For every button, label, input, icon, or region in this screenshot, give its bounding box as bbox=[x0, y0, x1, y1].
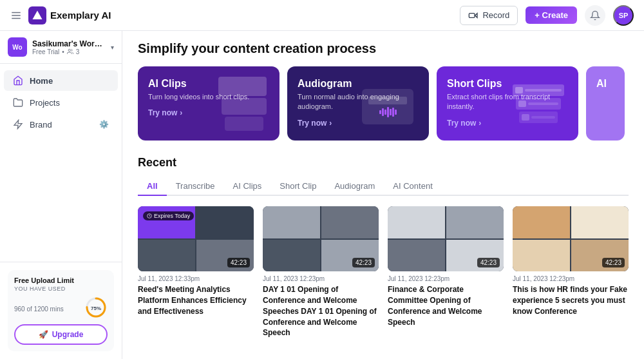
video-grid: Expires Today 42:23 Jul 11, 2023 12:33pm… bbox=[138, 206, 629, 338]
thumb-cell bbox=[446, 206, 504, 238]
sidebar-item-brand[interactable]: Brand ⚙️ bbox=[4, 114, 118, 135]
app-name: Exemplary AI bbox=[50, 10, 111, 21]
chevron-down-icon: ▾ bbox=[111, 44, 114, 51]
upload-limit-panel: Free Upload Limit YOU HAVE USED 960 of 1… bbox=[8, 270, 114, 351]
video-thumbnail: 42:23 bbox=[263, 206, 379, 271]
video-card[interactable]: 42:23 Jul 11, 2023 12:23pm DAY 1 01 Open… bbox=[263, 206, 379, 338]
top-nav: Exemplary AI Record + Create SP bbox=[0, 0, 644, 31]
svg-marker-5 bbox=[475, 13, 477, 17]
thumb-cell bbox=[571, 206, 629, 238]
home-icon bbox=[13, 75, 23, 86]
expires-badge: Expires Today bbox=[143, 211, 194, 220]
thumb-cell bbox=[138, 240, 195, 272]
tab-short-clip[interactable]: Short Clip bbox=[270, 177, 325, 196]
video-title: Reed's Meeting Analytics Platform Enhanc… bbox=[138, 284, 254, 316]
workspace-avatar: Wo bbox=[8, 37, 27, 57]
thumb-cell bbox=[196, 206, 254, 238]
video-card[interactable]: 42:23 Jul 11, 2023 12:23pm This is how H… bbox=[513, 206, 629, 338]
main-content: Simplify your content creation process A… bbox=[122, 31, 644, 359]
create-button[interactable]: + Create bbox=[526, 6, 577, 24]
sidebar-bottom: Free Upload Limit YOU HAVE USED 960 of 1… bbox=[0, 262, 122, 359]
recent-title: Recent bbox=[138, 156, 629, 170]
page-title: Simplify your content creation process bbox=[138, 41, 629, 56]
nav-left: Exemplary AI bbox=[10, 6, 111, 24]
app-layout: Wo Sasikumar's Workspace Free Trial • 3 … bbox=[0, 31, 644, 359]
feature-card-extra[interactable]: AI bbox=[586, 66, 625, 141]
thumb-cell bbox=[263, 206, 320, 238]
sidebar-item-projects[interactable]: Projects bbox=[4, 92, 118, 113]
progress-circle: 75% bbox=[84, 296, 108, 319]
video-card[interactable]: 42:23 Jul 11, 2023 12:23pm Finance & Cor… bbox=[388, 206, 504, 338]
fc-image bbox=[218, 66, 279, 141]
tab-ai-content[interactable]: AI Content bbox=[384, 177, 441, 196]
video-card[interactable]: Expires Today 42:23 Jul 11, 2023 12:33pm… bbox=[138, 206, 254, 338]
feature-card-audiogram[interactable]: Audiogram Turn normal audio into engagin… bbox=[287, 66, 429, 141]
thumb-cell bbox=[263, 240, 320, 272]
thumb-cell bbox=[388, 240, 445, 272]
sidebar-item-label: Projects bbox=[30, 98, 60, 108]
arrow-right-icon: › bbox=[478, 119, 481, 128]
nav-right: Record + Create SP bbox=[460, 5, 634, 26]
progress-ring: 75% bbox=[84, 296, 108, 319]
video-duration: 42:23 bbox=[352, 258, 375, 267]
hamburger-icon bbox=[10, 10, 22, 21]
sidebar-item-home[interactable]: Home bbox=[4, 70, 118, 91]
app-logo: Exemplary AI bbox=[28, 6, 111, 24]
feature-card-ai-clips[interactable]: AI Clips Turn long videos into short cli… bbox=[138, 66, 279, 141]
svg-marker-3 bbox=[33, 10, 43, 19]
upload-usage-text: 960 of 1200 mins bbox=[14, 303, 64, 313]
user-avatar[interactable]: SP bbox=[613, 5, 634, 26]
svg-point-6 bbox=[68, 49, 70, 51]
sidebar-nav: Home Projects Brand ⚙️ bbox=[0, 64, 122, 262]
arrow-right-icon: › bbox=[329, 119, 332, 128]
video-duration: 42:23 bbox=[602, 258, 625, 267]
svg-marker-7 bbox=[14, 120, 22, 128]
svg-rect-4 bbox=[469, 13, 475, 17]
tab-transcribe[interactable]: Transcribe bbox=[167, 177, 224, 196]
notification-button[interactable] bbox=[585, 5, 605, 26]
clock-icon bbox=[147, 213, 152, 218]
fc-image bbox=[362, 73, 426, 141]
feature-card-short-clips[interactable]: Short Clips Extract short clips from tra… bbox=[437, 66, 578, 141]
video-thumbnail: 42:23 bbox=[513, 206, 629, 271]
video-date: Jul 11, 2023 12:23pm bbox=[513, 275, 629, 282]
workspace-selector[interactable]: Wo Sasikumar's Workspace Free Trial • 3 … bbox=[0, 31, 122, 64]
tab-all[interactable]: All bbox=[138, 177, 167, 196]
tab-audiogram[interactable]: Audiogram bbox=[325, 177, 384, 196]
record-icon bbox=[468, 10, 478, 21]
lightning-icon bbox=[13, 119, 23, 130]
sidebar-item-label: Brand bbox=[30, 120, 52, 130]
video-date: Jul 11, 2023 12:23pm bbox=[388, 275, 504, 282]
bell-icon bbox=[590, 10, 600, 21]
menu-button[interactable] bbox=[10, 10, 22, 21]
svg-text:75%: 75% bbox=[91, 306, 101, 311]
video-duration: 42:23 bbox=[477, 258, 500, 267]
fc-image bbox=[513, 66, 577, 141]
sidebar: Wo Sasikumar's Workspace Free Trial • 3 … bbox=[0, 31, 122, 359]
record-button[interactable]: Record bbox=[460, 6, 518, 25]
brand-settings-icon: ⚙️ bbox=[99, 120, 109, 129]
people-icon bbox=[67, 48, 73, 55]
rocket-icon: 🚀 bbox=[39, 330, 48, 339]
video-title: Finance & Corporate Committee Opening of… bbox=[388, 284, 504, 327]
upload-limit-row: 960 of 1200 mins 75% bbox=[14, 296, 108, 319]
tab-ai-clips[interactable]: AI Clips bbox=[224, 177, 271, 196]
logo-svg bbox=[32, 10, 43, 21]
thumb-cell bbox=[321, 206, 379, 238]
upload-limit-sub: YOU HAVE USED bbox=[14, 286, 108, 292]
logo-icon bbox=[28, 6, 46, 24]
video-thumbnail: 42:23 bbox=[388, 206, 504, 271]
feature-cards-row: AI Clips Turn long videos into short cli… bbox=[138, 66, 629, 141]
upload-limit-title: Free Upload Limit bbox=[14, 277, 108, 284]
workspace-info: Sasikumar's Workspace Free Trial • 3 bbox=[32, 39, 106, 55]
upgrade-button[interactable]: 🚀 Upgrade bbox=[14, 324, 108, 345]
video-title: This is how HR finds your Fake experienc… bbox=[513, 284, 629, 316]
arrow-right-icon: › bbox=[180, 108, 182, 117]
video-date: Jul 11, 2023 12:33pm bbox=[138, 275, 254, 282]
workspace-sub: Free Trial • 3 bbox=[32, 48, 106, 55]
thumb-cell bbox=[513, 240, 570, 272]
video-thumbnail: Expires Today 42:23 bbox=[138, 206, 254, 271]
thumb-cell bbox=[388, 206, 445, 238]
folder-icon bbox=[13, 97, 23, 108]
video-title: DAY 1 01 Opening of Conference and Welco… bbox=[263, 284, 379, 338]
